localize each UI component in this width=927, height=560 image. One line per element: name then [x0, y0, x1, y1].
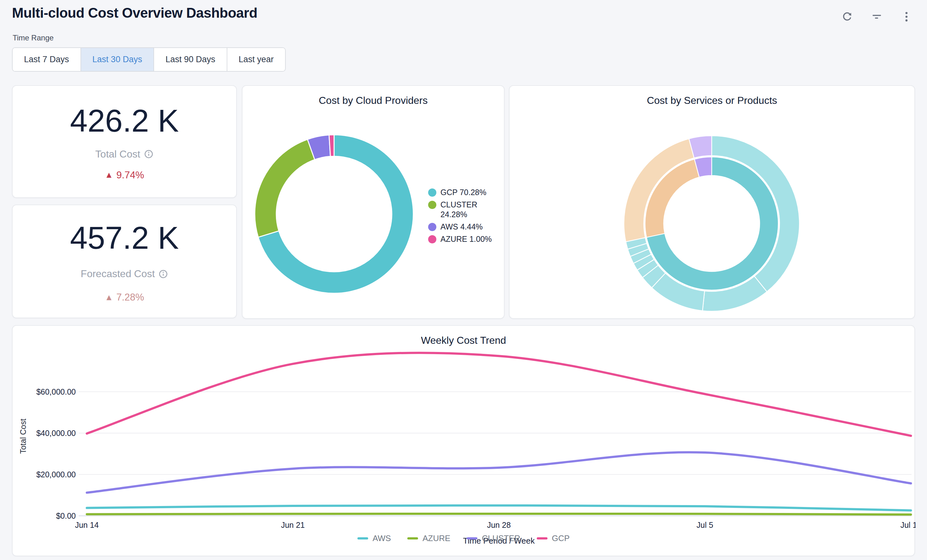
time-range-option-1y[interactable]: Last year	[227, 48, 285, 71]
forecasted-cost-card: 457.2 K Forecasted Cost ▲ 7.28%	[12, 205, 237, 318]
legend-item-azure[interactable]: AZURE 1.00%	[428, 234, 496, 244]
forecasted-cost-label: Forecasted Cost	[81, 268, 168, 280]
total-cost-delta-value: 9.74%	[116, 170, 144, 181]
filter-button[interactable]	[869, 9, 884, 24]
forecasted-cost-delta-value: 7.28%	[116, 292, 144, 303]
time-range-segmented-control: Last 7 Days Last 30 Days Last 90 Days La…	[12, 47, 286, 72]
total-cost-delta: ▲ 9.74%	[105, 170, 144, 181]
refresh-icon	[841, 11, 853, 23]
legend-item-azure[interactable]: AZURE	[407, 533, 450, 543]
svg-text:Jul 5: Jul 5	[696, 521, 713, 530]
up-triangle-icon: ▲	[105, 293, 113, 302]
weekly-cost-trend-card: Weekly Cost Trend $0.00$20,000.00$40,000…	[12, 325, 915, 556]
legend-item-cluster[interactable]: CLUSTER	[467, 533, 520, 543]
filter-icon	[871, 11, 883, 23]
svg-text:$0.00: $0.00	[56, 511, 76, 520]
svg-text:$40,000.00: $40,000.00	[36, 429, 76, 437]
azure-line-swatch-icon	[407, 537, 418, 539]
legend-item-gcp[interactable]: GCP 70.28%	[428, 188, 496, 197]
gcp-line-swatch-icon	[537, 537, 547, 539]
dashboard-page: Multi-cloud Cost Overview Dashboard Time…	[0, 0, 927, 560]
svg-text:$20,000.00: $20,000.00	[36, 470, 76, 479]
svg-text:Total Cost: Total Cost	[19, 419, 27, 454]
cluster-line-swatch-icon	[467, 537, 477, 539]
legend-item-aws[interactable]: AWS	[357, 533, 391, 543]
azure-swatch-icon	[428, 235, 436, 243]
weekly-cost-trend-chart[interactable]: $0.00$20,000.00$40,000.00$60,000.00Jun 1…	[13, 326, 916, 557]
total-cost-label: Total Cost	[95, 148, 153, 160]
page-title: Multi-cloud Cost Overview Dashboard	[12, 5, 257, 21]
time-range-label: Time Range	[13, 33, 54, 42]
legend-item-aws[interactable]: AWS 4.44%	[428, 222, 496, 232]
more-options-button[interactable]	[899, 9, 914, 24]
forecasted-cost-delta: ▲ 7.28%	[105, 292, 144, 303]
svg-text:Jun 28: Jun 28	[487, 521, 511, 530]
kebab-menu-icon	[900, 11, 913, 23]
donut-legend: GCP 70.28% CLUSTER 24.28% AWS 4.44% AZUR…	[428, 188, 496, 247]
total-cost-value: 426.2 K	[70, 103, 179, 139]
legend-item-gcp[interactable]: GCP	[537, 533, 570, 543]
trend-legend: AWS AZURE CLUSTER GCP	[0, 533, 927, 543]
aws-line-swatch-icon	[357, 537, 368, 539]
svg-text:$60,000.00: $60,000.00	[36, 387, 76, 396]
time-range-option-7d[interactable]: Last 7 Days	[13, 48, 81, 71]
total-cost-card: 426.2 K Total Cost ▲ 9.74%	[12, 85, 237, 198]
info-icon[interactable]	[158, 269, 168, 279]
cost-by-cloud-providers-card: Cost by Cloud Providers GCP 70.28% CLUST…	[242, 85, 505, 319]
header-actions	[840, 9, 914, 24]
gcp-swatch-icon	[428, 188, 436, 197]
aws-swatch-icon	[428, 223, 436, 231]
refresh-button[interactable]	[840, 9, 854, 24]
info-icon[interactable]	[144, 149, 153, 159]
cost-by-services-card: Cost by Services or Products	[509, 85, 915, 319]
svg-text:Jun 21: Jun 21	[281, 521, 305, 530]
up-triangle-icon: ▲	[105, 170, 113, 180]
time-range-option-90d[interactable]: Last 90 Days	[154, 48, 227, 71]
forecasted-cost-value: 457.2 K	[70, 220, 179, 256]
svg-text:Jun 14: Jun 14	[75, 521, 99, 530]
cluster-swatch-icon	[428, 201, 436, 209]
services-sunburst-chart[interactable]	[510, 86, 916, 319]
svg-text:Jul 12: Jul 12	[901, 521, 916, 530]
legend-item-cluster[interactable]: CLUSTER 24.28%	[428, 200, 496, 219]
time-range-option-30d[interactable]: Last 30 Days	[81, 48, 154, 71]
